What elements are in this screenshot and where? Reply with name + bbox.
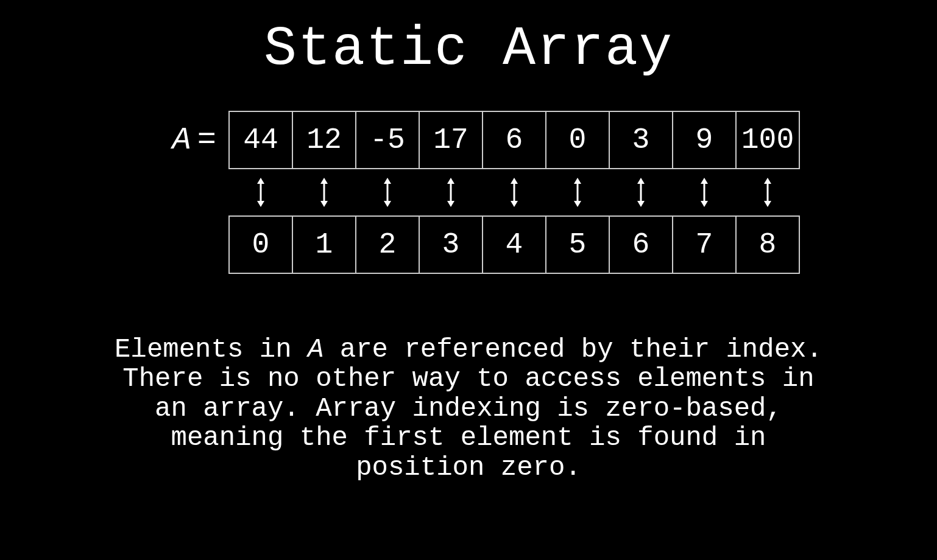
double-arrow-icon [292, 174, 356, 211]
svg-marker-10 [447, 178, 454, 184]
index-cell: 4 [482, 215, 546, 274]
array-var: A [172, 122, 191, 158]
page-title: Static Array [264, 18, 673, 80]
value-cell: 100 [735, 111, 800, 169]
double-arrow-icon [355, 174, 420, 211]
description-text: Elements in A are referenced by their in… [103, 335, 834, 482]
index-cell: 6 [609, 215, 673, 274]
value-cell: 17 [419, 111, 483, 169]
svg-marker-11 [447, 201, 454, 207]
svg-marker-16 [574, 178, 581, 184]
index-cells: 0 1 2 3 4 5 6 7 8 [228, 215, 800, 274]
desc-prefix: Elements in [115, 334, 308, 365]
index-cell: 7 [672, 215, 737, 274]
double-arrow-icon [545, 174, 610, 211]
svg-marker-4 [320, 178, 328, 184]
index-cell: 2 [355, 215, 420, 274]
value-cell: 44 [228, 111, 293, 169]
value-cell: 9 [672, 111, 737, 169]
value-cells: 44 12 -5 17 6 0 3 9 100 [228, 111, 800, 169]
value-cell: 3 [609, 111, 673, 169]
svg-marker-22 [701, 178, 708, 184]
double-arrow-icon [609, 174, 673, 211]
array-values-row: A= 44 12 -5 17 6 0 3 9 100 [137, 111, 800, 169]
double-arrow-icon [228, 174, 293, 211]
double-arrow-icon [735, 174, 800, 211]
value-cell: -5 [355, 111, 420, 169]
index-cell: 8 [735, 215, 800, 274]
value-cell: 0 [545, 111, 610, 169]
svg-marker-20 [637, 201, 645, 207]
double-arrow-icon [419, 174, 483, 211]
array-label: A= [137, 122, 216, 158]
svg-marker-1 [257, 178, 264, 184]
double-arrow-icon [672, 174, 737, 211]
equals-sign: = [197, 122, 216, 158]
index-cell: 0 [228, 215, 293, 274]
array-diagram: A= 44 12 -5 17 6 0 3 9 100 [137, 111, 800, 274]
arrows-row [228, 174, 800, 211]
desc-varname: A [308, 334, 324, 365]
value-cell: 12 [292, 111, 356, 169]
svg-marker-14 [511, 201, 518, 207]
svg-marker-19 [637, 178, 645, 184]
index-cell: 1 [292, 215, 356, 274]
svg-marker-2 [257, 201, 264, 207]
svg-marker-13 [511, 178, 518, 184]
svg-marker-5 [320, 201, 328, 207]
svg-marker-17 [574, 201, 581, 207]
index-cell: 3 [419, 215, 483, 274]
svg-marker-25 [764, 178, 771, 184]
double-arrow-icon [482, 174, 546, 211]
svg-marker-23 [701, 201, 708, 207]
svg-marker-8 [384, 201, 391, 207]
svg-marker-7 [384, 178, 391, 184]
svg-marker-26 [764, 201, 771, 207]
index-cell: 5 [545, 215, 610, 274]
value-cell: 6 [482, 111, 546, 169]
